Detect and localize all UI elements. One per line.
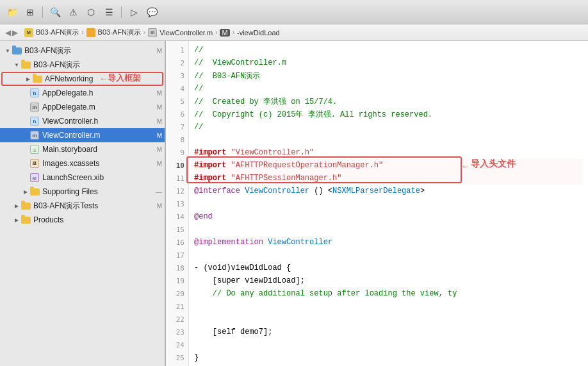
import-string-11: "AFHTTPSessionManager.h" — [231, 174, 342, 183]
sidebar-item-launchscreen-xib[interactable]: ◱ LaunchScreen.xib — [0, 171, 165, 185]
triangle-tests — [13, 202, 20, 210]
code-line-25: } — [194, 351, 583, 364]
line-num-7: 7 — [166, 121, 188, 133]
at-interface: @interface — [194, 187, 245, 195]
appdelegate-h-icon: h — [29, 88, 40, 98]
breadcrumb-nav-fwd[interactable]: ▶ — [12, 28, 18, 37]
storyboard-badge: M — [157, 146, 162, 153]
code-content: 1 2 3 4 5 6 7 8 9 10 11 12 13 14 15 16 1 — [166, 41, 588, 366]
sidebar-item-appdelegate-m[interactable]: m AppDelegate.m M — [0, 100, 165, 114]
triangle-products — [13, 216, 20, 224]
breadcrumb-bar: ◀ ▶ M B03-AFN演示 › B03-AFN演示 › m ViewCont… — [0, 24, 588, 41]
appdelegate-m-icon: m — [29, 102, 40, 112]
afnetworking-arrow: ← — [99, 74, 108, 83]
supporting-badge: — — [156, 188, 162, 195]
nav-back-icon[interactable]: ◀ — [5, 28, 11, 37]
import-keyword-9: #import — [194, 148, 231, 157]
spaces-20 — [194, 289, 213, 298]
grid-icon[interactable]: ⊞ — [23, 5, 37, 19]
import-string-10: "AFHTTPRequestOperationManager.h" — [231, 161, 384, 170]
group1-folder-icon — [20, 60, 31, 70]
arrow-right-icon[interactable]: ▷ — [127, 5, 141, 19]
sidebar-item-tests[interactable]: B03-AFN演示Tests M — [0, 199, 165, 213]
line-num-25: 25 — [166, 351, 188, 364]
breadcrumb-arrow-4: › — [233, 29, 234, 36]
protocol-name: NSXMLParserDelegate — [332, 187, 420, 195]
line-num-14: 14 — [166, 210, 188, 223]
code-line-15 — [194, 223, 583, 236]
line-num-11: 11 — [166, 172, 188, 185]
sidebar-item-viewcontroller-m[interactable]: m ViewController.m M — [0, 128, 165, 142]
code-line-8 — [194, 133, 583, 146]
breadcrumb-viewcontroller[interactable]: ViewController.m — [159, 29, 213, 37]
import-string-9: "ViewController.h" — [231, 148, 314, 157]
bookmark-icon[interactable]: ⬡ — [84, 5, 98, 19]
line-num-10: 10 — [166, 159, 188, 172]
code-line-3: // B03-AFN演示 — [194, 69, 583, 82]
code-line-23: [self demo7]; — [194, 326, 583, 338]
at-implementation: @implementation — [194, 238, 268, 247]
storyboard-label: Main.storyboard — [42, 145, 154, 154]
supporting-folder-icon — [29, 187, 40, 197]
code-line-21 — [194, 300, 583, 313]
breadcrumb-b03-2[interactable]: B03-AFN演示 — [98, 28, 141, 37]
parens: () < — [309, 187, 332, 195]
code-line-17 — [194, 249, 583, 262]
code-line-24 — [194, 338, 583, 351]
code-line-1: // — [194, 44, 583, 56]
breadcrumb-nav-back[interactable]: ◀ — [5, 28, 11, 37]
sidebar-item-root[interactable]: B03-AFN演示 M — [0, 44, 165, 58]
code-lines[interactable]: // // ViewController.m // B03-AFN演示 // /… — [189, 41, 588, 366]
viewcontroller-h-badge: M — [157, 118, 162, 125]
line-num-6: 6 — [166, 108, 188, 121]
breadcrumb-m-label: M — [220, 29, 229, 37]
import-keyword-11: #import — [194, 174, 231, 183]
afnetworking-folder-icon — [32, 74, 42, 84]
at-end: @end — [194, 212, 213, 221]
tests-label: B03-AFN演示Tests — [33, 201, 154, 212]
import-keyword-10: #import — [194, 161, 231, 170]
search-icon[interactable]: 🔍 — [48, 5, 62, 19]
folder-icon[interactable]: 📁 — [5, 5, 19, 19]
breadcrumb-method[interactable]: -viewDidLoad — [237, 29, 280, 37]
line-num-1: 1 — [166, 44, 188, 56]
line-num-22: 22 — [166, 313, 188, 326]
sidebar-item-group1[interactable]: B03-AFN演示 — [0, 58, 165, 72]
line-num-16: 16 — [166, 236, 188, 249]
breadcrumb-arrow-3: › — [215, 29, 217, 36]
code-line-10: #import "AFHTTPRequestOperationManager.h… — [194, 159, 583, 172]
line-num-12: 12 — [166, 185, 188, 197]
main-area: B03-AFN演示 M B03-AFN演示 AFNetw — [0, 41, 588, 366]
sidebar-item-main-storyboard[interactable]: ◫ Main.storyboard M — [0, 142, 165, 156]
code-line-7: // — [194, 121, 583, 133]
sidebar-item-supporting-files[interactable]: Supporting Files — — [0, 185, 165, 199]
import-arrow: ← — [461, 162, 470, 171]
sidebar-item-images-xcassets[interactable]: 🖼 Images.xcassets M — [0, 156, 165, 171]
comment-20: // Do any additional setup after loading… — [213, 289, 457, 298]
code-line-6: // Copyright (c) 2015年 李洪强. All rights r… — [194, 108, 583, 121]
sidebar-item-products[interactable]: Products — [0, 213, 165, 227]
nav-fwd-icon[interactable]: ▶ — [12, 28, 18, 37]
breadcrumb-folder-icon — [86, 28, 95, 37]
xcassets-icon: 🖼 — [29, 158, 40, 169]
viewcontroller-m-icon: m — [29, 130, 40, 140]
tests-badge: M — [157, 203, 162, 210]
bubble-icon[interactable]: 💬 — [145, 5, 159, 19]
breadcrumb-arrow-1: › — [81, 29, 83, 36]
list-icon[interactable]: ☰ — [102, 5, 116, 19]
triangle-root — [4, 47, 12, 54]
triangle-afnetworking — [24, 75, 32, 83]
breadcrumb-b03-1[interactable]: B03-AFN演示 — [36, 28, 79, 37]
xcassets-badge: M — [157, 160, 162, 167]
viewcontroller-m-badge: M — [157, 132, 162, 139]
line-num-9: 9 — [166, 146, 188, 159]
warning-icon[interactable]: ⚠ — [66, 5, 80, 19]
line-num-19: 19 — [166, 274, 188, 287]
sidebar-item-afnetworking[interactable]: AFNetworking — [1, 72, 163, 86]
import-annotation: 导入头文件 — [471, 158, 516, 170]
triangle-group1 — [13, 61, 20, 69]
viewcontroller-m-label: ViewController.m — [42, 131, 154, 140]
sidebar-item-appdelegate-h[interactable]: h AppDelegate.h M — [0, 86, 165, 100]
line-num-5: 5 — [166, 95, 188, 108]
sidebar-item-viewcontroller-h[interactable]: h ViewController.h M — [0, 114, 165, 128]
